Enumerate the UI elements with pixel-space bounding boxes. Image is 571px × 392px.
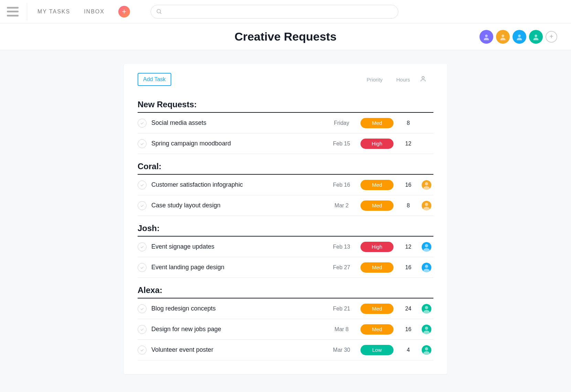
column-priority-label: Priority <box>359 77 390 83</box>
complete-checkbox[interactable] <box>138 242 147 251</box>
check-icon <box>140 121 144 126</box>
complete-checkbox[interactable] <box>138 119 147 128</box>
priority-pill[interactable]: Med <box>360 262 394 273</box>
search-input[interactable] <box>151 5 398 19</box>
nav-my-tasks[interactable]: MY TASKS <box>37 9 70 15</box>
task-row[interactable]: Spring campaign moodboardFeb 15High12 <box>138 133 433 154</box>
task-row[interactable]: Social media assetsFridayMed8 <box>138 113 433 133</box>
task-title: Social media assets <box>151 119 326 127</box>
assignee-avatar <box>422 180 431 190</box>
page-title: Creative Requests <box>235 30 337 43</box>
svg-point-8 <box>425 203 428 206</box>
topbar: MY TASKS INBOX + <box>0 0 571 23</box>
hours-value: 8 <box>397 203 420 209</box>
nav-inbox[interactable]: INBOX <box>84 9 105 15</box>
svg-point-5 <box>535 34 537 37</box>
task-row[interactable]: Volunteer event posterMar 30Low4 <box>138 340 433 360</box>
check-icon <box>140 327 144 332</box>
section-title[interactable]: New Requests: <box>138 92 433 113</box>
svg-point-12 <box>425 326 428 329</box>
svg-point-13 <box>425 347 428 350</box>
check-icon <box>140 183 144 187</box>
svg-point-0 <box>157 9 161 13</box>
divider <box>27 3 27 20</box>
user-icon <box>420 75 427 82</box>
task-row[interactable]: Event signage updatesFeb 13High12 <box>138 237 433 257</box>
priority-pill[interactable]: Med <box>360 200 394 211</box>
task-title: Event signage updates <box>151 243 326 250</box>
member-avatar[interactable] <box>513 30 526 44</box>
member-avatar[interactable] <box>496 30 510 44</box>
member-avatar[interactable] <box>529 30 543 44</box>
hours-value: 16 <box>397 326 420 333</box>
due-date: Mar 2 <box>326 203 357 209</box>
task-row[interactable]: Blog redesign conceptsFeb 21Med24 <box>138 298 433 319</box>
task-title: Event landing page design <box>151 264 326 271</box>
complete-checkbox[interactable] <box>138 139 147 148</box>
member-avatars: + <box>480 30 557 44</box>
add-button[interactable]: + <box>118 6 130 18</box>
hours-value: 24 <box>397 306 420 312</box>
section-title[interactable]: Coral: <box>138 154 433 175</box>
plus-icon: + <box>549 33 553 41</box>
assignee-cell[interactable] <box>420 201 433 210</box>
task-card: Add Task Priority Hours New Requests:Soc… <box>124 64 447 374</box>
complete-checkbox[interactable] <box>138 304 147 313</box>
search-wrap <box>151 5 398 19</box>
due-date: Feb 16 <box>326 182 357 188</box>
svg-point-9 <box>425 244 428 247</box>
priority-pill[interactable]: Med <box>360 324 394 335</box>
assignee-cell[interactable] <box>420 325 433 334</box>
task-section: Josh:Event signage updatesFeb 13High12Ev… <box>124 216 447 278</box>
task-row[interactable]: Design for new jobs pageMar 8Med16 <box>138 319 433 340</box>
column-hours-label: Hours <box>390 77 416 83</box>
task-row[interactable]: Event landing page designFeb 27Med16 <box>138 257 433 278</box>
priority-pill[interactable]: Med <box>360 304 394 314</box>
check-icon <box>140 306 144 311</box>
search-icon <box>156 9 162 15</box>
priority-pill[interactable]: Med <box>360 180 394 190</box>
section-title[interactable]: Alexa: <box>138 278 433 298</box>
priority-pill[interactable]: High <box>360 242 394 252</box>
svg-point-10 <box>425 264 428 268</box>
assignee-avatar <box>422 263 431 272</box>
assignee-cell[interactable] <box>420 304 433 314</box>
due-date: Mar 8 <box>326 326 357 333</box>
complete-checkbox[interactable] <box>138 346 147 355</box>
assignee-cell[interactable] <box>420 242 433 252</box>
due-date: Friday <box>326 120 357 126</box>
task-title: Spring campaign moodboard <box>151 140 326 147</box>
priority-pill[interactable]: Med <box>360 118 394 128</box>
assignee-cell[interactable] <box>420 180 433 190</box>
assignee-cell[interactable] <box>420 345 433 355</box>
complete-checkbox[interactable] <box>138 325 147 334</box>
hours-value: 4 <box>397 347 420 353</box>
priority-pill[interactable]: High <box>360 139 394 149</box>
hours-value: 8 <box>397 120 420 126</box>
task-title: Volunteer event poster <box>151 346 326 353</box>
member-avatar[interactable] <box>480 30 493 44</box>
due-date: Feb 21 <box>326 306 357 312</box>
svg-point-2 <box>485 34 487 37</box>
task-row[interactable]: Customer satisfaction infographicFeb 16M… <box>138 175 433 195</box>
task-section: Coral:Customer satisfaction infographicF… <box>124 154 447 216</box>
assignee-cell[interactable] <box>420 263 433 272</box>
complete-checkbox[interactable] <box>138 201 147 210</box>
svg-point-7 <box>425 182 428 185</box>
card-header: Add Task Priority Hours <box>124 71 447 92</box>
hours-value: 16 <box>397 264 420 271</box>
priority-pill[interactable]: Low <box>360 345 394 355</box>
complete-checkbox[interactable] <box>138 181 147 189</box>
content: Add Task Priority Hours New Requests:Soc… <box>0 50 571 374</box>
add-task-button[interactable]: Add Task <box>138 73 171 86</box>
menu-icon[interactable] <box>7 7 19 17</box>
complete-checkbox[interactable] <box>138 263 147 272</box>
assignee-avatar <box>422 345 431 355</box>
section-title[interactable]: Josh: <box>138 216 433 237</box>
add-member-button[interactable]: + <box>546 31 557 43</box>
due-date: Feb 27 <box>326 264 357 271</box>
column-assignee-icon <box>416 75 430 84</box>
task-row[interactable]: Case study layout designMar 2Med8 <box>138 195 433 216</box>
check-icon <box>140 141 144 146</box>
check-icon <box>140 265 144 270</box>
